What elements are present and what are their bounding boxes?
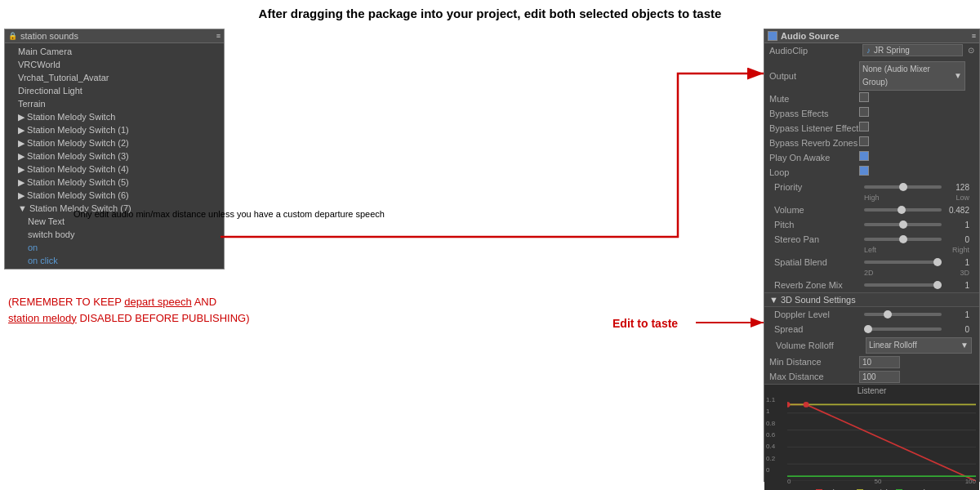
insp-label: Loop	[769, 166, 859, 179]
inspector-active-checkbox[interactable]	[768, 31, 777, 41]
insp-slider-volume: Volume 0.482	[764, 203, 979, 217]
insp-row-loop: Loop	[764, 165, 979, 180]
slider-thumb[interactable]	[899, 235, 907, 243]
hierarchy-item-station-melody-switch[interactable]: ▶ Station Melody Switch	[5, 110, 224, 123]
insp-body: OutputNone (Audio Mixer Group)▼MuteBypas…	[764, 57, 979, 490]
input-min distance[interactable]	[859, 356, 900, 368]
slider-value: 1	[945, 310, 969, 319]
hierarchy-item-station-melody-switch-6[interactable]: ▶ Station Melody Switch (6)	[5, 189, 224, 202]
checkbox-bypass listener effect[interactable]	[859, 122, 869, 131]
hierarchy-item-station-melody-switch-1[interactable]: ▶ Station Melody Switch (1)	[5, 123, 224, 136]
slider-row[interactable]: Spatial Blend 1	[769, 256, 974, 269]
slider-thumb[interactable]	[864, 325, 872, 333]
insp-row-mute: Mute	[764, 91, 979, 106]
insp-slider-reverb-zone-mix: Reverb Zone Mix 1	[764, 278, 979, 292]
checkbox-play on awake[interactable]	[859, 151, 869, 161]
dropdown-output[interactable]: None (Audio Mixer Group)▼	[859, 61, 965, 91]
insp-label: Bypass Listener Effect	[769, 122, 859, 135]
slider-label: Reverb Zone Mix	[774, 280, 864, 290]
slider-end-labels: LeftRight	[769, 246, 974, 254]
checkbox-loop[interactable]	[859, 166, 869, 176]
input-max distance[interactable]	[859, 371, 900, 383]
slider-value: 0	[945, 235, 969, 244]
hierarchy-item-main-camera[interactable]: Main Camera	[5, 45, 224, 58]
dropdown-volume rolloff[interactable]: Linear Rolloff▼	[866, 337, 972, 354]
hierarchy-item-on[interactable]: on	[5, 241, 224, 254]
slider-value: 1	[945, 258, 969, 267]
slider-container: 1	[864, 258, 969, 267]
inspector-title: Audio Source	[781, 31, 840, 41]
slider-container: 1	[864, 310, 969, 319]
insp-label: Output	[769, 69, 859, 82]
audioclip-value[interactable]: ♪ JR Spring	[862, 44, 963, 56]
slider-label: Doppler Level	[774, 310, 864, 319]
hierarchy-item-directional-light[interactable]: Directional Light	[5, 84, 224, 97]
3d-sound-settings-header[interactable]: ▼ 3D Sound Settings	[764, 292, 979, 307]
slider-track[interactable]	[864, 327, 942, 331]
insp-value	[859, 151, 974, 164]
top-instruction: After dragging the package into your pro…	[0, 7, 980, 20]
slider-row[interactable]: Priority 128	[769, 180, 974, 194]
slider-track[interactable]	[864, 283, 942, 287]
insp-value: None (Audio Mixer Group)▼	[859, 61, 974, 91]
hierarchy-item-station-melody-switch-4[interactable]: ▶ Station Melody Switch (4)	[5, 163, 224, 176]
slider-row[interactable]: Doppler Level 1	[769, 308, 974, 321]
hierarchy-item-vrcworld[interactable]: VRCWorld	[5, 58, 224, 71]
slider-row[interactable]: Spread 0	[769, 323, 974, 336]
insp-value	[859, 92, 974, 105]
inspector-menu-icon[interactable]: ≡	[972, 32, 976, 40]
inspector-title-bar: Audio Source ≡	[764, 29, 979, 43]
hierarchy-item-station-melody-switch-3[interactable]: ▶ Station Melody Switch (3)	[5, 149, 224, 163]
insp-slider-stereo-pan: Stereo Pan 0 LeftRight	[764, 232, 979, 255]
slider-track[interactable]	[864, 313, 942, 316]
slider-thumb[interactable]	[933, 258, 942, 266]
reminder-station-melody: station melody	[8, 312, 77, 324]
slider-track[interactable]	[864, 208, 942, 212]
slider-thumb[interactable]	[899, 183, 907, 191]
insp-label: Bypass Effects	[769, 107, 859, 120]
insp-value: Linear Rolloff▼	[866, 337, 974, 354]
hierarchy-item-vrchat-tutorial[interactable]: Vrchat_Tutorial_Avatar	[5, 71, 224, 84]
reminder-depart-speech: depart speech	[124, 296, 191, 308]
hierarchy-panel: 🔒 station sounds ≡ Main CameraVRCWorldVr…	[4, 29, 225, 270]
slider-track[interactable]	[864, 238, 942, 241]
slider-value: 1	[945, 281, 969, 290]
slider-thumb[interactable]	[933, 281, 942, 289]
slider-row[interactable]: Pitch 1	[769, 218, 974, 231]
checkbox-bypass reverb zones[interactable]	[859, 136, 869, 146]
insp-row-bypass-reverb-zones: Bypass Reverb Zones	[764, 136, 979, 150]
slider-label: Volume	[774, 205, 864, 215]
slider-container: 128	[864, 183, 969, 192]
reminder-line1: (REMEMBER TO KEEP	[8, 296, 124, 308]
slider-track[interactable]	[864, 185, 942, 189]
slider-end-labels: 2D3D	[769, 269, 974, 277]
slider-thumb[interactable]	[884, 310, 892, 318]
hierarchy-item-switch-body[interactable]: switch body	[5, 228, 224, 241]
insp-slider-spatial-blend: Spatial Blend 1 2D3D	[764, 255, 979, 278]
audioclip-name: JR Spring	[874, 46, 910, 55]
insp-slider-priority: Priority 128 HighLow	[764, 180, 979, 203]
hierarchy-item-terrain[interactable]: Terrain	[5, 97, 224, 110]
hierarchy-item-station-melody-switch-5[interactable]: ▶ Station Melody Switch (5)	[5, 176, 224, 189]
edit-taste-label: Edit to taste	[612, 317, 678, 330]
slider-track[interactable]	[864, 223, 942, 226]
slider-thumb[interactable]	[898, 206, 906, 214]
hierarchy-item-station-melody-switch-2[interactable]: ▶ Station Melody Switch (2)	[5, 136, 224, 149]
insp-slider-doppler-level: Doppler Level 1	[764, 307, 979, 322]
audioclip-select-icon[interactable]: ⊙	[968, 46, 974, 55]
slider-track[interactable]	[864, 261, 942, 264]
hierarchy-menu-icon[interactable]: ≡	[216, 32, 220, 40]
insp-label: Min Distance	[769, 355, 859, 368]
slider-row[interactable]: Stereo Pan 0	[769, 233, 974, 246]
hierarchy-item-on-click[interactable]: on click	[5, 254, 224, 266]
slider-container: 0	[864, 325, 969, 334]
slider-thumb[interactable]	[899, 220, 907, 229]
checkbox-bypass effects[interactable]	[859, 107, 869, 117]
slider-row[interactable]: Reverb Zone Mix 1	[769, 278, 974, 292]
slider-label: Priority	[774, 182, 864, 192]
chart-y-labels: 1.110.80.60.40.20	[766, 396, 775, 474]
insp-row-max-distance: Max Distance	[764, 369, 979, 384]
checkbox-mute[interactable]	[859, 92, 869, 102]
slider-value: 0.482	[945, 206, 969, 215]
slider-row[interactable]: Volume 0.482	[769, 203, 974, 216]
